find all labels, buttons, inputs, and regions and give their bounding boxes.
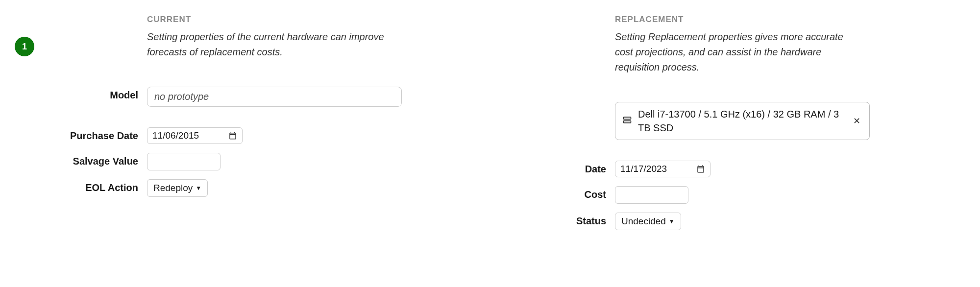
current-purchase-date-label: Purchase Date <box>54 127 147 142</box>
replacement-cost-input[interactable] <box>615 186 688 204</box>
hardware-icon <box>622 115 632 127</box>
replacement-date-input[interactable]: 11/17/2023 <box>615 161 710 177</box>
calendar-icon <box>228 131 237 140</box>
replacement-column: Replacement Setting Replacement properti… <box>522 15 965 239</box>
current-eol-select[interactable]: Redeploy ▼ <box>147 179 208 197</box>
replacement-model-label <box>522 102 615 105</box>
replacement-title: Replacement <box>615 15 965 24</box>
replacement-status-value: Undecided <box>621 216 666 227</box>
current-model-label: Model <box>54 87 147 101</box>
current-column: Current Setting properties of the curren… <box>54 15 497 239</box>
replacement-model-chip[interactable]: Dell i7-13700 / 5.1 GHz (x16) / 32 GB RA… <box>615 102 870 140</box>
current-purchase-date-input[interactable]: 11/06/2015 <box>147 127 243 144</box>
calendar-icon <box>696 165 705 173</box>
replacement-date-value: 11/17/2023 <box>620 164 667 174</box>
current-model-input[interactable] <box>147 87 402 107</box>
current-salvage-input[interactable] <box>147 153 220 170</box>
current-purchase-date-value: 11/06/2015 <box>152 130 199 141</box>
replacement-status-select[interactable]: Undecided ▼ <box>615 213 681 230</box>
caret-down-icon: ▼ <box>196 185 201 191</box>
close-icon[interactable]: ✕ <box>851 115 862 127</box>
current-title: Current <box>147 15 497 24</box>
replacement-cost-label: Cost <box>522 186 615 200</box>
current-eol-label: EOL Action <box>54 179 147 193</box>
caret-down-icon: ▼ <box>669 218 675 225</box>
current-description: Setting properties of the current hardwa… <box>147 29 387 60</box>
replacement-description: Setting Replacement properties gives mor… <box>615 29 855 75</box>
svg-rect-1 <box>624 120 631 122</box>
replacement-model-value: Dell i7-13700 / 5.1 GHz (x16) / 32 GB RA… <box>638 107 845 135</box>
replacement-status-label: Status <box>522 213 615 227</box>
current-eol-value: Redeploy <box>153 183 193 193</box>
svg-rect-0 <box>624 117 631 119</box>
replacement-date-label: Date <box>522 161 615 175</box>
current-salvage-label: Salvage Value <box>54 153 147 167</box>
step-badge: 1 <box>15 37 34 56</box>
